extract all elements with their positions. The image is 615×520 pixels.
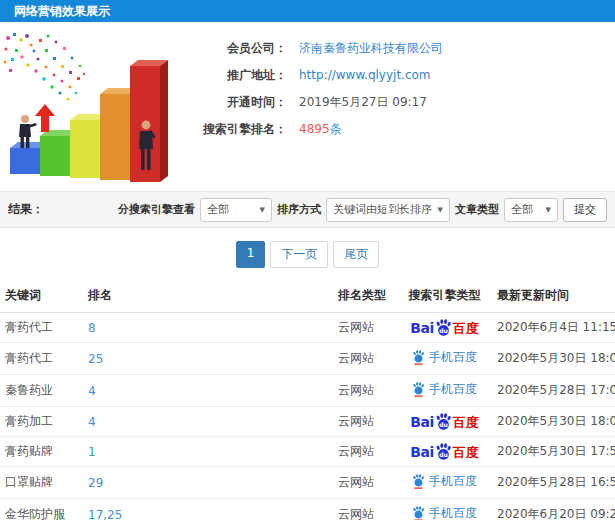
updated-cell: 2020年6月4日 11:15 [492, 313, 615, 343]
next-page-button[interactable]: 下一页 [270, 241, 328, 268]
mobile-baidu-paw-icon [412, 506, 425, 520]
engine-cell: 手机百度 [397, 343, 492, 375]
engine-cell: Bai du 百度 [397, 437, 492, 467]
rank-unit: 条 [330, 122, 342, 136]
submit-button[interactable]: 提交 [563, 198, 607, 222]
rank-type-cell: 云网站 [333, 467, 397, 499]
mobile-baidu-badge: 手机百度 [412, 473, 477, 490]
keyword-cell: 膏药代工 [0, 343, 83, 375]
rank-link[interactable]: 4 [83, 375, 333, 407]
mobile-baidu-paw-icon [412, 350, 425, 365]
table-row: 秦鲁药业 4 云网站 手机百度 2020年5月28日 17:02 [0, 375, 615, 407]
mobile-baidu-label: 手机百度 [429, 505, 477, 520]
growth-chart-image [0, 28, 190, 186]
filter-bar: 结果： 分搜索引擎查看 全部 ▼ 排序方式 关键词由短到长排序 ▼ 文章类型 全… [0, 191, 615, 228]
company-link[interactable]: 济南秦鲁药业科技有限公司 [299, 35, 443, 62]
article-type-value: 全部 [511, 202, 533, 217]
updated-cell: 2020年5月28日 17:02 [492, 375, 615, 407]
rank-link[interactable]: 8 [83, 313, 333, 343]
last-page-button[interactable]: 尾页 [333, 241, 379, 268]
svg-text:du: du [439, 421, 448, 428]
keyword-cell: 膏药贴牌 [0, 437, 83, 467]
engine-filter-label: 分搜索引擎查看 [118, 202, 195, 217]
engine-filter-value: 全部 [207, 202, 229, 217]
open-time-label: 开通时间： [195, 89, 287, 116]
updated-cell: 2020年6月20日 09:25 [492, 499, 615, 520]
table-row: 膏药加工 4 云网站 Bai du 百度 2020年5月30日 18:03 [0, 407, 615, 437]
rank-link[interactable]: 29 [83, 467, 333, 499]
keyword-cell: 膏药加工 [0, 407, 83, 437]
engine-rank-label: 搜索引擎排名： [195, 116, 287, 143]
mobile-baidu-badge: 手机百度 [412, 505, 477, 520]
mobile-baidu-badge: 手机百度 [412, 349, 477, 366]
baidu-bai-text: Bai [410, 321, 433, 335]
rank-link[interactable]: 17,25 [83, 499, 333, 520]
chevron-down-icon: ▼ [546, 206, 551, 214]
info-row-engine-rank: 搜索引擎排名： 4895条 [195, 116, 615, 143]
baidu-logo: Bai du 百度 [410, 413, 478, 429]
up-arrow-icon [35, 104, 55, 132]
updated-cell: 2020年5月28日 16:55 [492, 467, 615, 499]
engine-cell: 手机百度 [397, 499, 492, 520]
baidu-cn-text: 百度 [453, 322, 479, 335]
svg-text:du: du [439, 327, 448, 334]
info-row-url: 推广地址： http://www.qlyyjt.com [195, 62, 615, 89]
chevron-down-icon: ▼ [438, 206, 443, 214]
bar-chart-illustration [0, 22, 195, 191]
baidu-paw-icon: du [435, 319, 452, 336]
keyword-cell: 金华防护服 [0, 499, 83, 520]
rank-type-cell: 云网站 [333, 407, 397, 437]
baidu-cn-text: 百度 [453, 416, 479, 429]
rank-count: 4895 [299, 122, 330, 136]
header-engine-type: 搜索引擎类型 [397, 279, 492, 313]
rank-type-cell: 云网站 [333, 343, 397, 375]
updated-cell: 2020年5月30日 18:06 [492, 343, 615, 375]
header-rank: 排名 [83, 279, 333, 313]
page-title: 网络营销效果展示 [14, 4, 110, 18]
header-keyword: 关键词 [0, 279, 83, 313]
engine-cell: 手机百度 [397, 467, 492, 499]
rank-link[interactable]: 4 [83, 407, 333, 437]
engine-filter-select[interactable]: 全部 ▼ [200, 198, 272, 222]
engine-cell: Bai du 百度 [397, 407, 492, 437]
article-type-filter-label: 文章类型 [455, 202, 499, 217]
pagination: 1 下一页 尾页 [0, 228, 615, 279]
table-header-row: 关键词 排名 排名类型 搜索引擎类型 最新更新时间 [0, 279, 615, 313]
promo-url-link[interactable]: http://www.qlyyjt.com [299, 62, 431, 89]
page-1-button[interactable]: 1 [236, 241, 266, 268]
article-type-select[interactable]: 全部 ▼ [504, 198, 558, 222]
keyword-cell: 口罩贴牌 [0, 467, 83, 499]
keyword-cell: 秦鲁药业 [0, 375, 83, 407]
baidu-logo: Bai du 百度 [410, 319, 478, 335]
rank-link[interactable]: 1 [83, 437, 333, 467]
rank-link[interactable]: 25 [83, 343, 333, 375]
sort-filter-select[interactable]: 关键词由短到长排序 ▼ [326, 198, 450, 222]
updated-cell: 2020年5月30日 17:58 [492, 437, 615, 467]
table-row: 金华防护服 17,25 云网站 手机百度 2020年6月20日 09:25 [0, 499, 615, 520]
mobile-baidu-badge: 手机百度 [412, 381, 477, 398]
table-row: 口罩贴牌 29 云网站 手机百度 2020年5月28日 16:55 [0, 467, 615, 499]
open-time-value: 2019年5月27日 09:17 [299, 89, 427, 116]
baidu-paw-icon: du [435, 413, 452, 430]
baidu-bai-text: Bai [410, 415, 433, 429]
sort-filter-value: 关键词由短到长排序 [333, 202, 432, 217]
header-rank-type: 排名类型 [333, 279, 397, 313]
filter-controls: 分搜索引擎查看 全部 ▼ 排序方式 关键词由短到长排序 ▼ 文章类型 全部 ▼ … [118, 198, 607, 222]
ranking-table: 关键词 排名 排名类型 搜索引擎类型 最新更新时间 膏药代工 8 云网站 Bai… [0, 279, 615, 520]
member-info-list: 会员公司： 济南秦鲁药业科技有限公司 推广地址： http://www.qlyy… [195, 22, 615, 191]
title-bar: 网络营销效果展示 [0, 0, 615, 22]
promo-url-label: 推广地址： [195, 62, 287, 89]
mobile-baidu-paw-icon [412, 382, 425, 397]
header-updated: 最新更新时间 [492, 279, 615, 313]
keyword-cell: 膏药代工 [0, 313, 83, 343]
chevron-down-icon: ▼ [260, 206, 265, 214]
mobile-baidu-label: 手机百度 [429, 473, 477, 490]
engine-cell: 手机百度 [397, 375, 492, 407]
engine-cell: Bai du 百度 [397, 313, 492, 343]
rank-type-cell: 云网站 [333, 313, 397, 343]
baidu-logo: Bai du 百度 [410, 443, 478, 459]
mobile-baidu-label: 手机百度 [429, 381, 477, 398]
baidu-paw-icon: du [435, 443, 452, 460]
engine-rank-value: 4895条 [299, 116, 342, 143]
info-row-company: 会员公司： 济南秦鲁药业科技有限公司 [195, 35, 615, 62]
